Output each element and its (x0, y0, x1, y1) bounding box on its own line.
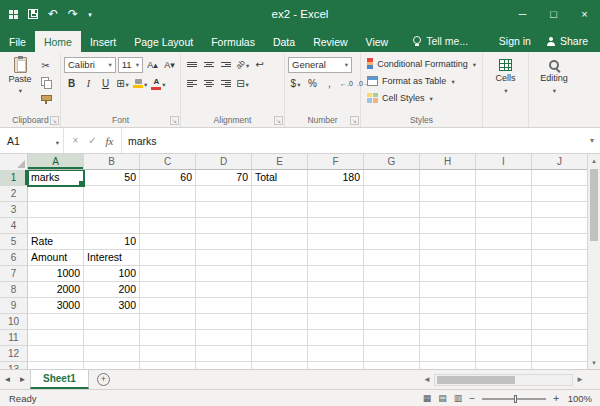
bottom-align-button[interactable] (218, 57, 233, 73)
horizontal-scroll-thumb[interactable] (437, 376, 515, 384)
cell-H1[interactable] (420, 170, 476, 186)
zoom-slider-thumb[interactable] (514, 395, 517, 403)
cell-A4[interactable] (28, 218, 84, 234)
share-button[interactable]: Share (547, 35, 588, 47)
cell-E5[interactable] (252, 234, 308, 250)
cell-C7[interactable] (140, 266, 196, 282)
cell-B12[interactable] (84, 346, 140, 362)
cell-J9[interactable] (532, 298, 588, 314)
tab-data[interactable]: Data (264, 31, 304, 52)
cell-D9[interactable] (196, 298, 252, 314)
cells-button[interactable]: Cells (486, 55, 525, 95)
insert-function-button[interactable]: fx (102, 135, 117, 147)
zoom-level[interactable]: 100% (566, 393, 592, 404)
cell-H7[interactable] (420, 266, 476, 282)
conditional-formatting-button[interactable]: Conditional Formatting (364, 55, 479, 72)
cell-I5[interactable] (476, 234, 532, 250)
cell-D1[interactable]: 70 (196, 170, 252, 186)
cell-D13[interactable] (196, 362, 252, 369)
cell-C2[interactable] (140, 186, 196, 202)
font-size-select[interactable]: 11 (118, 57, 143, 73)
align-left-button[interactable] (184, 76, 199, 92)
cell-B9[interactable]: 300 (84, 298, 140, 314)
cell-I9[interactable] (476, 298, 532, 314)
cell-B6[interactable]: Interest (84, 250, 140, 266)
row-header-7[interactable]: 7 (0, 266, 28, 282)
scroll-left-icon[interactable]: ◄ (420, 375, 434, 384)
cell-E3[interactable] (252, 202, 308, 218)
accounting-format-button[interactable]: $ (288, 76, 303, 92)
select-all-corner[interactable] (0, 154, 28, 170)
row-header-10[interactable]: 10 (0, 314, 28, 330)
cell-D10[interactable] (196, 314, 252, 330)
maximize-button[interactable]: □ (538, 0, 569, 28)
row-header-9[interactable]: 9 (0, 298, 28, 314)
cell-B8[interactable]: 200 (84, 282, 140, 298)
font-name-select[interactable]: Calibri (64, 57, 116, 73)
enter-entry-icon[interactable]: ✓ (85, 135, 100, 146)
cell-A8[interactable]: 2000 (28, 282, 84, 298)
cell-H11[interactable] (420, 330, 476, 346)
cell-I11[interactable] (476, 330, 532, 346)
cell-E7[interactable] (252, 266, 308, 282)
row-header-3[interactable]: 3 (0, 202, 28, 218)
cell-B7[interactable]: 100 (84, 266, 140, 282)
cell-I4[interactable] (476, 218, 532, 234)
cell-B11[interactable] (84, 330, 140, 346)
cell-B5[interactable]: 10 (84, 234, 140, 250)
column-header-G[interactable]: G (364, 154, 420, 169)
row-header-8[interactable]: 8 (0, 282, 28, 298)
next-sheet-icon[interactable]: ► (15, 370, 30, 389)
scroll-down-icon[interactable]: ▾ (592, 356, 596, 369)
cell-A7[interactable]: 1000 (28, 266, 84, 282)
cell-C6[interactable] (140, 250, 196, 266)
cell-D5[interactable] (196, 234, 252, 250)
borders-button[interactable]: ⊞ (115, 76, 130, 92)
cell-G6[interactable] (364, 250, 420, 266)
decrease-font-size-button[interactable]: A▾ (162, 57, 177, 73)
cut-button[interactable]: ✂ (38, 57, 53, 73)
cell-G4[interactable] (364, 218, 420, 234)
cell-H6[interactable] (420, 250, 476, 266)
wrap-text-button[interactable]: ↩ (252, 57, 267, 73)
underline-button[interactable]: U (98, 76, 113, 92)
merge-center-button[interactable]: ⊟ (235, 76, 250, 92)
sign-in-button[interactable]: Sign in (499, 35, 531, 47)
cell-B3[interactable] (84, 202, 140, 218)
cell-A9[interactable]: 3000 (28, 298, 84, 314)
normal-view-icon[interactable]: ▦ (423, 394, 432, 403)
cell-E9[interactable] (252, 298, 308, 314)
cell-A1[interactable]: marks (28, 170, 84, 186)
new-sheet-button[interactable]: + (97, 373, 110, 386)
center-button[interactable] (201, 76, 216, 92)
tab-review[interactable]: Review (304, 31, 356, 52)
redo-icon[interactable]: ↷ (68, 8, 78, 20)
formula-input[interactable]: marks (122, 128, 584, 153)
column-header-B[interactable]: B (84, 154, 140, 169)
cell-I2[interactable] (476, 186, 532, 202)
cell-J8[interactable] (532, 282, 588, 298)
cell-H4[interactable] (420, 218, 476, 234)
formula-bar-expand-icon[interactable]: ▾ (584, 128, 600, 153)
cell-styles-button[interactable]: Cell Styles (364, 89, 479, 106)
cell-H9[interactable] (420, 298, 476, 314)
row-header-12[interactable]: 12 (0, 346, 28, 362)
row-header-6[interactable]: 6 (0, 250, 28, 266)
cell-F1[interactable]: 180 (308, 170, 364, 186)
align-right-button[interactable] (218, 76, 233, 92)
row-header-1[interactable]: 1 (0, 170, 28, 186)
cell-F11[interactable] (308, 330, 364, 346)
cell-B13[interactable] (84, 362, 140, 369)
cell-I3[interactable] (476, 202, 532, 218)
undo-icon[interactable]: ↶ (48, 8, 58, 20)
column-header-A[interactable]: A (28, 154, 84, 169)
cell-E4[interactable] (252, 218, 308, 234)
percent-style-button[interactable]: % (305, 76, 320, 92)
editing-button[interactable]: Editing (532, 55, 576, 95)
increase-decimal-button[interactable]: ←.0 (339, 76, 354, 92)
tab-page-layout[interactable]: Page Layout (125, 31, 202, 52)
zoom-in-button[interactable]: + (553, 393, 559, 404)
clipboard-dialog-launcher-icon[interactable] (50, 116, 59, 125)
format-painter-button[interactable] (38, 91, 53, 107)
fill-color-button[interactable] (132, 76, 148, 92)
